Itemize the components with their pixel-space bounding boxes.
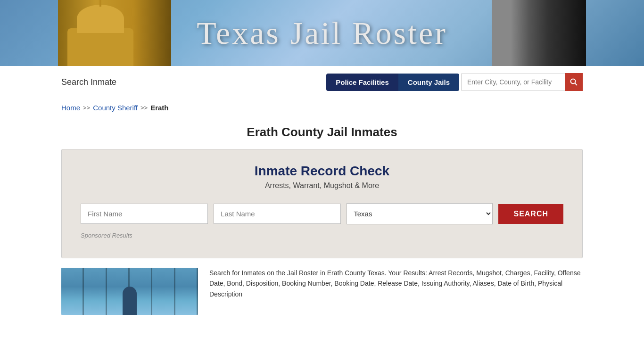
banner-title: Texas Jail Roster [197,15,447,52]
sponsored-label: Sponsored Results [81,232,563,239]
page-title: Erath County Jail Inmates [0,125,644,140]
jail-bar [61,268,84,315]
last-name-input[interactable] [214,204,341,224]
keys-image [492,0,586,66]
record-check-box: Inmate Record Check Arrests, Warrant, Mu… [61,149,583,258]
nav-bar: Search Inmate Police Facilities County J… [0,66,644,98]
jail-image [61,268,198,315]
record-check-subtitle: Arrests, Warrant, Mugshot & More [81,181,563,190]
state-select[interactable]: AlabamaAlaskaArizonaArkansasCaliforniaCo… [347,203,493,224]
svg-line-1 [575,83,578,86]
page-title-wrap: Erath County Jail Inmates [0,117,644,149]
nav-right: Police Facilities County Jails [326,73,583,91]
svg-point-0 [571,79,576,84]
record-search-button[interactable]: SEARCH [498,204,563,224]
county-jails-button[interactable]: County Jails [398,74,459,91]
nav-search-label: Search Inmate [61,77,116,87]
search-icon [570,78,578,86]
breadcrumb-county-sheriff[interactable]: County Sheriff [93,104,138,112]
record-check-form: AlabamaAlaskaArizonaArkansasCaliforniaCo… [81,203,563,224]
jail-bar [152,268,175,315]
nav-search-wrap [461,73,583,91]
capitol-image [58,0,171,66]
record-check-title: Inmate Record Check [81,164,563,179]
facility-search-button[interactable] [565,73,583,91]
jail-figure [123,287,137,315]
jail-bar [175,268,198,315]
facility-search-input[interactable] [461,74,565,90]
breadcrumb-home[interactable]: Home [61,104,80,112]
bottom-section: Search for Inmates on the Jail Roster in… [61,268,583,315]
bottom-description: Search for Inmates on the Jail Roster in… [209,268,583,299]
breadcrumb-current: Erath [150,104,168,112]
header-banner: Texas Jail Roster [0,0,644,66]
breadcrumb-sep-1: >> [83,104,90,111]
first-name-input[interactable] [81,204,208,224]
breadcrumb-sep-2: >> [140,104,148,111]
jail-bar [84,268,107,315]
police-facilities-button[interactable]: Police Facilities [326,74,398,91]
breadcrumb: Home >> County Sheriff >> Erath [0,98,644,117]
